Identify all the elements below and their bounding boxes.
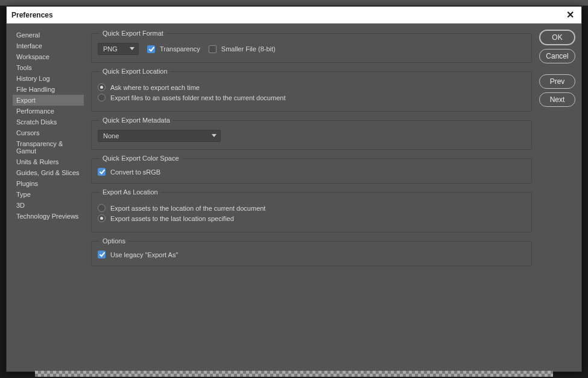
sidebar-item-workspace[interactable]: Workspace [13, 51, 84, 62]
sidebar-item-technology-previews[interactable]: Technology Previews [13, 211, 84, 222]
button-column: OK Cancel Prev Next [539, 30, 575, 365]
ok-button[interactable]: OK [539, 30, 575, 45]
legend-options: Options [100, 237, 128, 245]
sidebar-item-plugins[interactable]: Plugins [13, 178, 84, 189]
sidebar-item-transparency-gamut[interactable]: Transparency & Gamut [13, 138, 84, 156]
legend-colorspace: Quick Export Color Space [100, 155, 182, 162]
close-icon[interactable]: ✕ [564, 9, 577, 21]
sidebar-item-type[interactable]: Type [13, 189, 84, 200]
group-quick-export-metadata: Quick Export Metadata None [91, 117, 532, 150]
group-options: Options Use legacy "Export As" [91, 237, 532, 266]
prev-button[interactable]: Prev [539, 74, 575, 89]
group-export-as-location: Export As Location Export assets to the … [91, 188, 532, 232]
group-quick-export-color-space: Quick Export Color Space Convert to sRGB [91, 155, 532, 184]
sidebar-item-file-handling[interactable]: File Handling [13, 84, 84, 95]
titlebar: Preferences ✕ [7, 7, 581, 24]
dialog-title: Preferences [11, 11, 53, 19]
sidebar-item-tools[interactable]: Tools [13, 62, 84, 73]
group-quick-export-format: Quick Export Format PNG Transparency Sma… [91, 30, 532, 63]
convert-srgb-checkbox[interactable] [98, 168, 106, 176]
sidebar-item-performance[interactable]: Performance [13, 106, 84, 117]
transparency-label: Transparency [160, 45, 200, 53]
canvas-checkerboard [35, 371, 553, 377]
radio-last-location[interactable] [98, 214, 106, 222]
metadata-select[interactable]: None [98, 130, 221, 142]
preferences-dialog: Preferences ✕ General Interface Workspac… [6, 6, 582, 372]
next-button[interactable]: Next [539, 92, 575, 107]
sidebar: General Interface Workspace Tools Histor… [13, 30, 84, 365]
sidebar-item-guides-grid-slices[interactable]: Guides, Grid & Slices [13, 167, 84, 178]
sidebar-item-units-rulers[interactable]: Units & Rulers [13, 156, 84, 167]
sidebar-item-3d[interactable]: 3D [13, 200, 84, 211]
sidebar-item-cursors[interactable]: Cursors [13, 127, 84, 138]
sidebar-item-interface[interactable]: Interface [13, 40, 84, 51]
cancel-button[interactable]: Cancel [539, 49, 575, 63]
radio-current-doc[interactable] [98, 204, 106, 212]
convert-srgb-label: Convert to sRGB [110, 168, 160, 176]
group-quick-export-location: Quick Export Location Ask where to expor… [91, 68, 532, 112]
sidebar-item-export[interactable]: Export [13, 95, 84, 106]
legend-metadata: Quick Export Metadata [100, 117, 172, 124]
radio-assets-folder-label: Export files to an assets folder next to… [110, 94, 285, 101]
legend-location: Quick Export Location [100, 68, 170, 75]
radio-assets-folder[interactable] [98, 94, 106, 101]
legacy-export-checkbox[interactable] [98, 251, 106, 258]
sidebar-item-scratch-disks[interactable]: Scratch Disks [13, 117, 84, 127]
format-select[interactable]: PNG [98, 43, 139, 55]
content-panel: Quick Export Format PNG Transparency Sma… [91, 30, 532, 365]
smaller-file-label: Smaller File (8-bit) [221, 45, 276, 53]
legacy-export-label: Use legacy "Export As" [110, 251, 178, 258]
transparency-checkbox[interactable] [147, 45, 155, 53]
radio-ask-where-label: Ask where to export each time [110, 84, 200, 91]
sidebar-item-history-log[interactable]: History Log [13, 73, 84, 84]
radio-ask-where[interactable] [98, 83, 106, 91]
legend-exportas: Export As Location [100, 188, 160, 196]
ruler [0, 0, 588, 6]
radio-last-location-label: Export assets to the last location speci… [110, 215, 234, 222]
sidebar-item-general[interactable]: General [13, 30, 84, 40]
smaller-file-checkbox[interactable] [209, 45, 217, 53]
radio-current-doc-label: Export assets to the location of the cur… [110, 205, 265, 212]
dialog-body: General Interface Workspace Tools Histor… [7, 24, 581, 371]
legend-format: Quick Export Format [100, 30, 166, 37]
